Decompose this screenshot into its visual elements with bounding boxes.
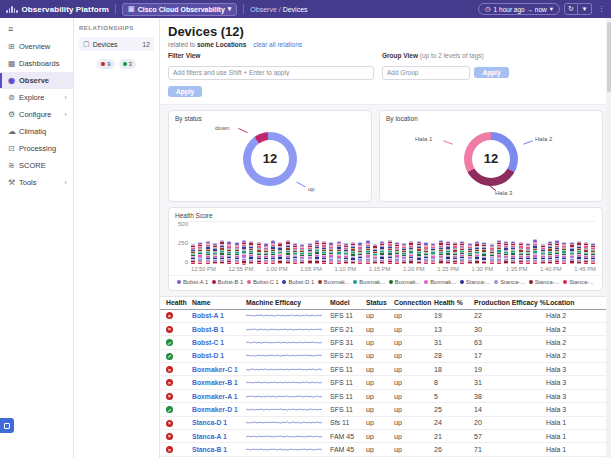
sidebar-item-dashboards[interactable]: ▦Dashboards <box>0 55 73 72</box>
stacked-bar[interactable] <box>315 240 319 265</box>
stacked-bar[interactable] <box>242 240 246 265</box>
device-name-link[interactable]: Stanca-B 1 <box>192 446 227 453</box>
stacked-bar[interactable] <box>591 243 595 264</box>
clear-relations-link[interactable]: clear all relations <box>253 41 302 48</box>
stacked-bar[interactable] <box>504 241 508 265</box>
stacked-bar[interactable] <box>468 243 472 265</box>
legend-item[interactable]: Bobst-A 1 <box>177 279 208 285</box>
stacked-bar[interactable] <box>409 241 413 265</box>
stacked-bar[interactable] <box>519 242 523 265</box>
device-name-link[interactable]: Stanca-A 1 <box>192 433 227 440</box>
stacked-bar[interactable] <box>220 240 224 265</box>
stacked-bar[interactable] <box>424 242 428 264</box>
legend-item[interactable]: Boxmak... <box>318 279 350 285</box>
legend-item[interactable]: Stanca-... <box>563 279 594 285</box>
stacked-bar[interactable] <box>286 240 290 265</box>
stacked-bar[interactable] <box>475 241 479 264</box>
device-name-link[interactable]: Boxmaker-D 1 <box>192 406 238 413</box>
column-header[interactable]: Model <box>330 299 366 306</box>
menu-toggle-icon[interactable]: ≡ <box>0 22 73 38</box>
sidebar-item-processing[interactable]: ⊡Processing <box>0 140 73 157</box>
scrollbar-thumb[interactable] <box>607 22 611 92</box>
legend-item[interactable]: Bobst-B 1 <box>212 279 243 285</box>
sidebar-item-observe[interactable]: ◉Observe <box>0 72 73 89</box>
column-header[interactable]: Status <box>366 299 394 306</box>
stacked-bar[interactable] <box>402 243 406 265</box>
relationships-item-devices[interactable]: ▢ Devices 12 <box>79 37 154 51</box>
legend-item[interactable]: Boxmak... <box>424 279 456 285</box>
stacked-bar[interactable] <box>584 242 588 265</box>
legend-item[interactable]: Stanca-... <box>460 279 491 285</box>
stacked-bar[interactable] <box>329 242 333 264</box>
stacked-bar[interactable] <box>482 242 486 264</box>
stacked-bar[interactable] <box>271 240 275 264</box>
sidebar-item-tools[interactable]: ⚒Tools› <box>0 174 73 191</box>
stacked-bar[interactable] <box>278 242 282 265</box>
sidebar-item-configure[interactable]: ⚙Configure› <box>0 106 73 123</box>
sidebar-item-overview[interactable]: ⊞Overview <box>0 38 73 55</box>
stacked-bar[interactable] <box>293 243 297 265</box>
stacked-bar[interactable] <box>453 242 457 265</box>
stacked-bar[interactable] <box>337 241 341 265</box>
device-name-link[interactable]: Boxmaker-C 1 <box>192 366 238 373</box>
stacked-bar[interactable] <box>213 243 217 264</box>
stacked-bar[interactable] <box>395 242 399 265</box>
device-name-link[interactable]: Bobst-A 1 <box>192 312 224 319</box>
stacked-bar[interactable] <box>446 241 450 264</box>
stacked-bar[interactable] <box>570 242 574 264</box>
stacked-bar[interactable] <box>497 240 501 265</box>
stacked-bar[interactable] <box>264 243 268 264</box>
column-header[interactable]: Health <box>166 299 192 306</box>
stacked-bar[interactable] <box>439 240 443 264</box>
column-header[interactable]: Location <box>546 299 611 306</box>
refresh-button[interactable]: ↻ <box>564 3 578 15</box>
column-header[interactable]: Connection <box>394 299 434 306</box>
column-header[interactable]: Name <box>192 299 246 306</box>
stacked-bar[interactable] <box>490 244 494 265</box>
stacked-bar[interactable] <box>227 241 231 264</box>
stacked-bar[interactable] <box>366 240 370 264</box>
vertical-scrollbar[interactable] <box>606 18 611 458</box>
sidebar-item-climatiq[interactable]: ☁Climatiq <box>0 123 73 140</box>
stacked-bar[interactable] <box>322 241 326 264</box>
stacked-bar[interactable] <box>526 243 530 265</box>
stacked-bar[interactable] <box>548 241 552 264</box>
stacked-bar[interactable] <box>555 240 559 264</box>
column-header[interactable]: Health % <box>434 299 474 306</box>
stacked-bar[interactable] <box>257 242 261 265</box>
stacked-bar[interactable] <box>351 242 355 265</box>
device-name-link[interactable]: Boxmaker-B 1 <box>192 379 238 386</box>
stacked-bar[interactable] <box>198 242 202 265</box>
device-name-link[interactable]: Bobst-C 1 <box>192 339 224 346</box>
stacked-bar[interactable] <box>388 240 392 265</box>
stacked-bar[interactable] <box>417 241 421 264</box>
stacked-bar[interactable] <box>235 242 239 264</box>
stacked-bar[interactable] <box>562 242 566 265</box>
stacked-bar[interactable] <box>308 243 312 265</box>
filter-input[interactable] <box>168 66 374 80</box>
stacked-bar[interactable] <box>380 241 384 264</box>
legend-item[interactable]: Boxmak... <box>389 279 421 285</box>
sidebar-item-score[interactable]: ≋SCORE <box>0 157 73 174</box>
stacked-bar[interactable] <box>373 244 377 265</box>
legend-item[interactable]: Bobst-C 1 <box>247 279 279 285</box>
legend-item[interactable]: Boxmak... <box>353 279 385 285</box>
stacked-bar[interactable] <box>431 243 435 264</box>
stacked-bar[interactable] <box>460 241 464 265</box>
stacked-bar[interactable] <box>577 241 581 265</box>
stacked-bar[interactable] <box>541 244 545 265</box>
legend-item[interactable]: Bobst-D 1 <box>282 279 314 285</box>
stacked-bar[interactable] <box>206 241 210 265</box>
stacked-bar[interactable] <box>344 243 348 264</box>
stacked-bar[interactable] <box>358 242 362 264</box>
group-apply-button[interactable]: Apply <box>474 67 508 78</box>
stacked-bar[interactable] <box>249 241 253 265</box>
stacked-bar[interactable] <box>533 239 537 264</box>
sidebar-item-explore[interactable]: ⊚Explore› <box>0 89 73 106</box>
column-header[interactable]: Production Efficacy % <box>474 299 546 306</box>
stacked-bar[interactable] <box>511 241 515 264</box>
device-name-link[interactable]: Boxmaker-A 1 <box>192 393 237 400</box>
stacked-bar[interactable] <box>191 244 195 265</box>
group-input[interactable] <box>382 66 470 80</box>
stacked-bar[interactable] <box>300 244 304 264</box>
